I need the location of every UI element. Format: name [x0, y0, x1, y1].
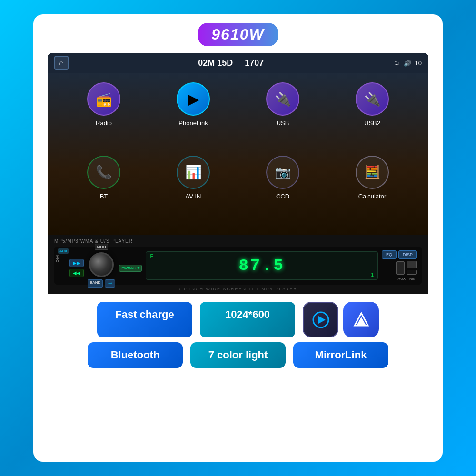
ccd-label: CCD [276, 193, 289, 200]
usb2-label: USB2 [364, 119, 380, 127]
car-stereo-device: ⌂ 02M 15D 1707 🗂 🔊 10 [48, 53, 428, 294]
usb-icon: 🔌 [266, 82, 299, 116]
band-button[interactable]: BAND [88, 279, 103, 288]
prev-track-button[interactable]: ◀◀ [69, 269, 84, 277]
store-icons [303, 302, 379, 337]
aux-label: AUX [58, 248, 69, 254]
bluetooth-badge: Bluetooth [88, 342, 183, 368]
app-av-in[interactable]: 📊 AV IN [151, 156, 235, 223]
next-track-button[interactable]: ▶▶ [69, 259, 84, 267]
mic-label: MIC [55, 255, 60, 262]
right-buttons: PWR/MUT [119, 265, 142, 272]
usb2-icon: 🔌 [356, 82, 389, 116]
hu-controls: AUX MIC ▶▶ ◀◀ MOD BAND ↩ [54, 247, 422, 285]
model-name: 9610W [211, 26, 264, 43]
app-calculator[interactable]: 🧮 Calculator [330, 156, 414, 223]
bt-label: BT [100, 193, 108, 200]
right-ports [407, 261, 417, 275]
phonelink-label: PhoneLink [178, 119, 208, 127]
home-icon[interactable]: ⌂ [54, 56, 69, 70]
home-symbol: ⌂ [59, 59, 64, 67]
back-button[interactable]: ↩ [105, 279, 115, 288]
app-bt[interactable]: 📞 BT [62, 156, 146, 223]
app-radio[interactable]: 📻 Radio [62, 82, 146, 150]
badges-row-1: Fast charge 1024*600 [48, 302, 428, 337]
mirrorlink-badge: MirrorLink [293, 342, 388, 368]
carplay-icon [303, 302, 338, 337]
sd-icon: 🗂 [394, 60, 400, 67]
left-buttons: ▶▶ ◀◀ [69, 259, 84, 277]
svg-marker-1 [318, 316, 326, 324]
status-date: 02M 15D 1707 [198, 58, 264, 68]
android-auto-icon [343, 302, 379, 337]
usb-port-2[interactable] [407, 261, 417, 268]
av-in-label: AV IN [186, 193, 201, 200]
disp-button[interactable]: DISP [398, 250, 417, 259]
aux-port[interactable] [407, 270, 417, 275]
knob-area: MOD BAND ↩ [88, 244, 115, 288]
radio-icon: 📻 [87, 82, 120, 116]
app-usb[interactable]: 🔌 USB [241, 82, 325, 150]
calculator-icon: 🧮 [356, 156, 389, 189]
color-light-badge: 7 color light [190, 342, 286, 368]
app-usb2[interactable]: 🔌 USB2 [330, 82, 414, 150]
hu-right-panel: EQ DISP AUX RET [382, 250, 417, 281]
display-extra: 1 [371, 272, 374, 278]
status-bar: ⌂ 02M 15D 1707 🗂 🔊 10 [48, 53, 428, 73]
volume-icon: 🔊 [404, 60, 411, 67]
bt-icon: 📞 [87, 156, 120, 189]
app-grid: 📻 Radio ▶ PhoneLink 🔌 USB 🔌 USB2 [48, 73, 428, 235]
app-ccd[interactable]: 📷 CCD [241, 156, 325, 223]
status-right: 🗂 🔊 10 [394, 60, 422, 67]
resolution-badge: 1024*600 [200, 302, 295, 337]
mod-button[interactable]: MOD [95, 244, 109, 250]
hu-model-text: MP5/MP3/WMA & U/S PLAYER [54, 238, 422, 244]
hu-display: F 87.5 1 [146, 251, 378, 280]
phonelink-icon: ▶ [177, 82, 210, 116]
model-badge: 9610W [198, 23, 278, 46]
usb-ports [396, 261, 417, 275]
aux-bottom-label: AUX [398, 277, 406, 281]
eq-disp-row: EQ DISP [382, 250, 417, 259]
fast-charge-badge: Fast charge [97, 302, 192, 337]
badges-row-2: Bluetooth 7 color light MirrorLink [48, 342, 428, 368]
display-frequency: 87.5 [238, 257, 285, 275]
ccd-icon: 📷 [266, 156, 299, 189]
pwr-button[interactable]: PWR/MUT [119, 265, 142, 272]
ret-label: RET [409, 277, 417, 281]
status-time: 1707 [245, 58, 264, 68]
radio-label: Radio [96, 119, 112, 127]
volume-level: 10 [415, 60, 422, 67]
head-unit: MP5/MP3/WMA & U/S PLAYER AUX MIC ▶▶ ◀◀ M… [48, 235, 428, 294]
volume-knob[interactable] [89, 252, 114, 277]
usb-port-1[interactable] [396, 261, 405, 275]
av-in-icon: 📊 [177, 156, 210, 189]
calculator-label: Calculator [358, 193, 387, 200]
display-channel: F [150, 254, 153, 259]
main-card: 9610W ⌂ 02M 15D 1707 [33, 14, 443, 462]
usb-label: USB [277, 119, 289, 127]
device-screen: ⌂ 02M 15D 1707 🗂 🔊 10 [48, 53, 428, 235]
eq-button[interactable]: EQ [382, 250, 397, 259]
status-left: ⌂ [54, 56, 69, 70]
app-phonelink[interactable]: ▶ PhoneLink [151, 82, 235, 150]
